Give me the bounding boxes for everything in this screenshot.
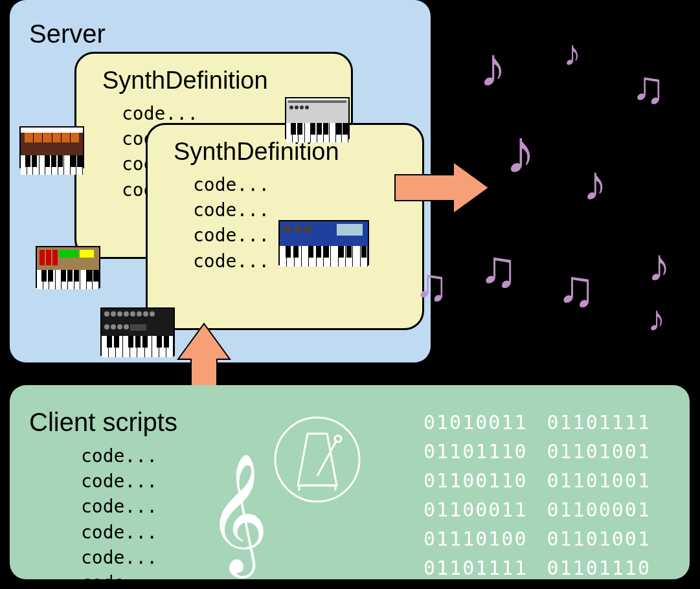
binary-byte: 01010011: [423, 411, 528, 434]
music-note-icon: ♪: [648, 239, 670, 291]
arrow-right-icon: [389, 159, 492, 217]
code-line: code...: [193, 197, 409, 223]
black-synth-icon: [100, 307, 175, 356]
music-note-icon: ♫: [414, 259, 449, 311]
binary-byte: 01101111: [423, 557, 528, 579]
orange-synth-icon: [19, 126, 84, 168]
binary-byte: 01101110: [423, 440, 528, 463]
music-note-icon: ♫: [631, 61, 666, 113]
binary-byte: 01101001: [547, 469, 651, 492]
binary-byte: 01100110: [423, 469, 528, 492]
mixer-synth-icon: [36, 246, 100, 288]
music-note-icon: ♪: [583, 155, 607, 211]
treble-clef-icon: 𝄞: [207, 453, 269, 574]
binary-byte: 01100011: [423, 498, 528, 521]
music-note-icon: ♫: [557, 259, 596, 318]
music-note-icon: ♪: [648, 298, 666, 339]
svg-point-0: [275, 417, 359, 502]
blue-synth-icon: [278, 220, 369, 265]
music-note-icon: ♪: [505, 117, 536, 187]
gray-synth-icon: [285, 97, 350, 139]
binary-byte: 01110100: [423, 528, 528, 550]
binary-byte: 01101110: [547, 557, 651, 579]
metronome-icon: [272, 414, 363, 505]
svg-point-1: [335, 436, 341, 442]
music-note-icon: ♫: [479, 239, 518, 299]
binary-byte: 01100001: [547, 498, 651, 521]
synthdef-title: SynthDefinition: [102, 67, 338, 94]
binary-byte: 01101001: [547, 440, 651, 463]
binary-byte: 01101001: [547, 528, 651, 550]
music-note-icon: ♪: [563, 32, 581, 74]
code-line: code...: [193, 172, 409, 197]
binary-data: 0101001101101111 0110111001101001 011001…: [423, 408, 670, 583]
server-box: Server SynthDefinition code... code... c…: [10, 0, 431, 362]
server-title: Server: [29, 19, 418, 49]
music-note-icon: ♪: [479, 36, 507, 99]
binary-byte: 01101111: [547, 411, 651, 434]
